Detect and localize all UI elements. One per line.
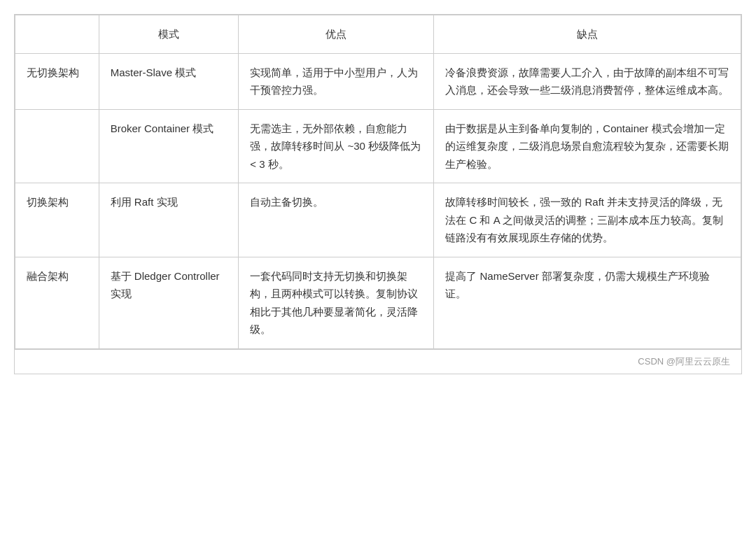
cell-mode: Master-Slave 模式 [99,53,239,109]
table-row: Broker Container 模式无需选主，无外部依赖，自愈能力强，故障转移… [15,109,741,183]
table-row: 无切换架构Master-Slave 模式实现简单，适用于中小型用户，人为干预管控… [15,53,741,109]
cell-arch [15,109,99,183]
cell-cons: 故障转移时间较长，强一致的 Raft 并未支持灵活的降级，无法在 C 和 A 之… [434,183,741,257]
cell-pros: 自动主备切换。 [239,183,434,257]
header-pros: 优点 [239,15,434,54]
cell-mode: Broker Container 模式 [99,109,239,183]
cell-pros: 实现简单，适用于中小型用户，人为干预管控力强。 [239,53,434,109]
main-table-container: 模式 优点 缺点 无切换架构Master-Slave 模式实现简单，适用于中小型… [14,14,742,374]
cell-pros: 无需选主，无外部依赖，自愈能力强，故障转移时间从 ~30 秒级降低为 < 3 秒… [239,109,434,183]
cell-mode: 利用 Raft 实现 [99,183,239,257]
header-cons: 缺点 [434,15,741,54]
table-row: 融合架构基于 Dledger Controller 实现一套代码同时支持无切换和… [15,257,741,348]
cell-arch: 切换架构 [15,183,99,257]
header-mode: 模式 [99,15,239,54]
cell-cons: 由于数据是从主到备单向复制的，Container 模式会增加一定的运维复杂度，二… [434,109,741,183]
cell-cons: 冷备浪费资源，故障需要人工介入，由于故障的副本组不可写入消息，还会导致一些二级消… [434,53,741,109]
cell-mode: 基于 Dledger Controller 实现 [99,257,239,348]
comparison-table: 模式 优点 缺点 无切换架构Master-Slave 模式实现简单，适用于中小型… [15,15,741,349]
header-arch [15,15,99,54]
cell-cons: 提高了 NameServer 部署复杂度，仍需大规模生产环境验证。 [434,257,741,348]
cell-arch: 无切换架构 [15,53,99,109]
cell-arch: 融合架构 [15,257,99,348]
table-row: 切换架构利用 Raft 实现自动主备切换。故障转移时间较长，强一致的 Raft … [15,183,741,257]
cell-pros: 一套代码同时支持无切换和切换架构，且两种模式可以转换。复制协议相比于其他几种要显… [239,257,434,348]
table-header-row: 模式 优点 缺点 [15,15,741,54]
table-footer: CSDN @阿里云云原生 [15,349,741,374]
